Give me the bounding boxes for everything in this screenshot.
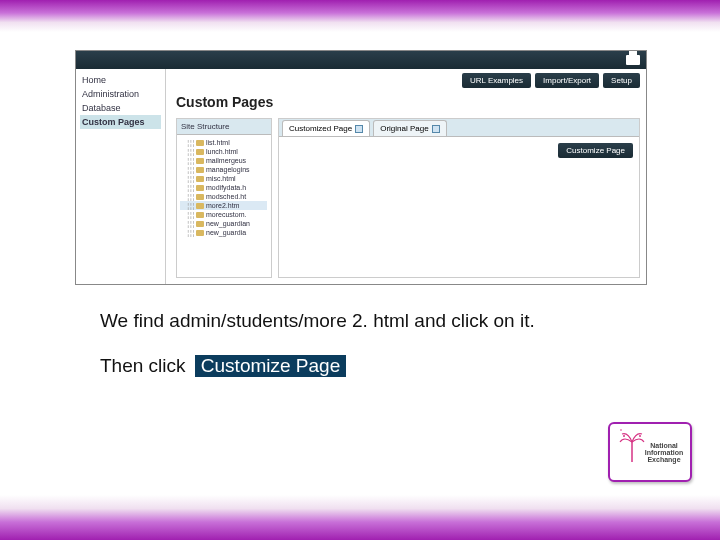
tab-original[interactable]: Original Page bbox=[373, 120, 446, 136]
sidebar-item-custom-pages[interactable]: Custom Pages bbox=[80, 115, 161, 129]
tree-item[interactable]: ¦ ¦ ¦new_guardia bbox=[180, 228, 267, 237]
setup-button[interactable]: Setup bbox=[603, 73, 640, 88]
sidebar: Home Administration Database Custom Page… bbox=[76, 69, 166, 284]
folder-icon bbox=[196, 158, 204, 164]
tab-bar: Customized Page Original Page bbox=[279, 119, 639, 137]
sidebar-item-administration[interactable]: Administration bbox=[80, 87, 161, 101]
folder-icon bbox=[196, 140, 204, 146]
print-icon[interactable] bbox=[626, 55, 640, 65]
logo-badge: National Information Exchange bbox=[608, 422, 692, 482]
tree-item[interactable]: ¦ ¦ ¦modsched.ht bbox=[180, 192, 267, 201]
tree-item[interactable]: ¦ ¦ ¦list.html bbox=[180, 138, 267, 147]
gradient-banner-bottom bbox=[0, 495, 720, 540]
popout-icon[interactable] bbox=[432, 125, 440, 133]
file-tree: ¦ ¦ ¦list.html ¦ ¦ ¦lunch.html ¦ ¦ ¦mail… bbox=[177, 135, 271, 241]
tree-item[interactable]: ¦ ¦ ¦new_guardian bbox=[180, 219, 267, 228]
folder-icon bbox=[196, 221, 204, 227]
svg-point-2 bbox=[639, 435, 641, 437]
tree-item[interactable]: ¦ ¦ ¦managelogins bbox=[180, 165, 267, 174]
svg-point-1 bbox=[623, 435, 625, 437]
site-structure-panel: Site Structure ¦ ¦ ¦list.html ¦ ¦ ¦lunch… bbox=[176, 118, 272, 278]
customize-page-button[interactable]: Customize Page bbox=[558, 143, 633, 158]
page-title: Custom Pages bbox=[176, 94, 640, 110]
url-examples-button[interactable]: URL Examples bbox=[462, 73, 531, 88]
popout-icon[interactable] bbox=[355, 125, 363, 133]
instruction-text-1: We find admin/students/more 2. html and … bbox=[100, 310, 535, 332]
preview-body: Customize Page bbox=[279, 137, 639, 277]
tree-item-selected[interactable]: ¦ ¦ ¦more2.htm bbox=[180, 201, 267, 210]
customize-page-chip: Customize Page bbox=[195, 355, 346, 377]
svg-point-3 bbox=[620, 429, 622, 431]
tree-item[interactable]: ¦ ¦ ¦morecustom. bbox=[180, 210, 267, 219]
gradient-banner-top bbox=[0, 0, 720, 32]
folder-icon bbox=[196, 212, 204, 218]
columns: Site Structure ¦ ¦ ¦list.html ¦ ¦ ¦lunch… bbox=[176, 118, 640, 278]
folder-icon bbox=[196, 230, 204, 236]
instruction-text-2: Then click Customize Page bbox=[100, 355, 346, 377]
tree-item[interactable]: ¦ ¦ ¦modifydata.h bbox=[180, 183, 267, 192]
tree-item[interactable]: ¦ ¦ ¦misc.html bbox=[180, 174, 267, 183]
folder-icon bbox=[196, 203, 204, 209]
folder-icon bbox=[196, 167, 204, 173]
palm-icon bbox=[616, 428, 648, 464]
sidebar-item-home[interactable]: Home bbox=[80, 73, 161, 87]
folder-icon bbox=[196, 194, 204, 200]
tree-item[interactable]: ¦ ¦ ¦lunch.html bbox=[180, 147, 267, 156]
folder-icon bbox=[196, 176, 204, 182]
site-structure-header: Site Structure bbox=[177, 119, 271, 135]
action-row: URL Examples Import/Export Setup bbox=[176, 73, 640, 88]
app-body: Home Administration Database Custom Page… bbox=[76, 69, 646, 284]
folder-icon bbox=[196, 185, 204, 191]
folder-icon bbox=[196, 149, 204, 155]
import-export-button[interactable]: Import/Export bbox=[535, 73, 599, 88]
screenshot-frame: Home Administration Database Custom Page… bbox=[75, 50, 647, 285]
tree-item[interactable]: ¦ ¦ ¦mailmergeus bbox=[180, 156, 267, 165]
sidebar-item-database[interactable]: Database bbox=[80, 101, 161, 115]
logo-text: National Information Exchange bbox=[642, 442, 686, 463]
preview-panel: Customized Page Original Page Customize … bbox=[278, 118, 640, 278]
app-header-bar bbox=[76, 51, 646, 69]
tab-customized[interactable]: Customized Page bbox=[282, 120, 370, 136]
main-panel: URL Examples Import/Export Setup Custom … bbox=[166, 69, 646, 284]
